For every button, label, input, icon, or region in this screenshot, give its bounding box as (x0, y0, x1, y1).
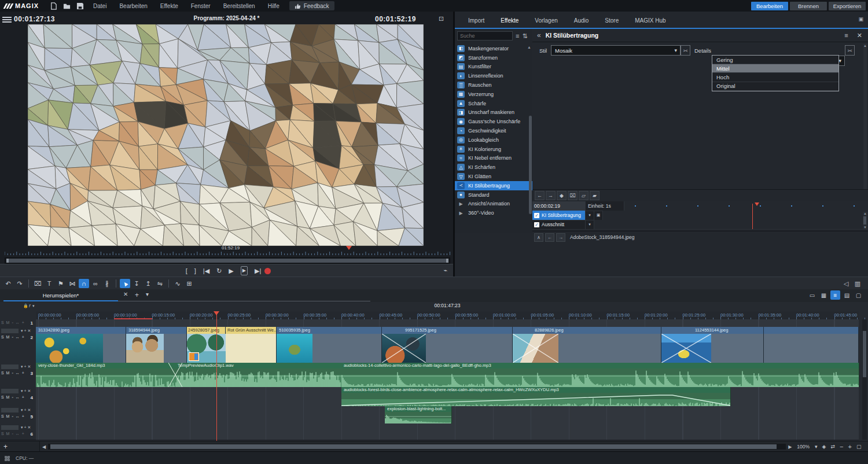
effects-list-item[interactable]: ▒Rauschen (455, 80, 532, 90)
menu-bereitstellen[interactable]: Bereitstellen (217, 3, 262, 9)
timeline-view-icon[interactable]: ≡ (830, 290, 840, 300)
keyframe-vscrollbar[interactable]: ▲ ▼ (863, 212, 867, 229)
frame-view-icon[interactable]: ▢ (854, 290, 863, 300)
back-icon[interactable]: « (537, 31, 541, 39)
mode-button-bearbeiten[interactable]: Bearbeiten (751, 2, 788, 10)
audio-clip[interactable]: audioblocks-forest-birds-close-ambience-… (341, 387, 731, 406)
keyframe-row-checkbox[interactable]: ✓ (534, 213, 539, 218)
effects-list-item[interactable]: ▲Schärfe (455, 99, 532, 108)
close-movie-icon[interactable]: ✕ (123, 291, 128, 297)
track-5[interactable]: explosion-blast-lightning-bolt... (36, 406, 859, 424)
loop-icon[interactable]: ↻ (216, 267, 222, 275)
feedback-button[interactable]: Feedback (289, 1, 334, 10)
add-movie-icon[interactable]: + (135, 291, 139, 299)
range-in-icon[interactable]: [ (186, 267, 187, 275)
fullscreen-icon[interactable]: ⊡ (439, 15, 444, 23)
effects-list-item[interactable]: ◗Linsenreflexion (455, 71, 532, 80)
keyframe-ruler[interactable] (624, 201, 868, 211)
add-keyframe-icon[interactable]: ◆ (557, 191, 567, 200)
mode-button-exportieren[interactable]: Exportieren (829, 2, 866, 10)
tab-vorlagen[interactable]: Vorlagen (529, 16, 562, 28)
track-header-6[interactable]: ▾+✕S M ▫ ↔ +6 (0, 424, 36, 440)
snap-icon[interactable]: ∩ (79, 279, 89, 288)
keyframe-row-label[interactable]: ✓Ausschnitt (532, 220, 585, 229)
redo-icon[interactable]: ↷ (14, 279, 25, 288)
dropdown-option-original[interactable]: Original (712, 82, 838, 91)
speaker-icon[interactable]: ◁ (841, 279, 851, 288)
track-name-box[interactable] (1, 408, 19, 413)
video-clip[interactable]: Rot Grün Ausschnitt We... (226, 327, 277, 363)
curve-icon[interactable]: ∿ (172, 279, 183, 288)
stil-select[interactable]: Mosaik▾ (551, 45, 681, 56)
scene-view-icon[interactable]: ▦ (819, 290, 829, 300)
effects-list-item[interactable]: ▽KI Glätten (455, 172, 532, 181)
dropdown-option-hoch[interactable]: Hoch (712, 73, 838, 82)
track-menu-icon[interactable]: ▾ (32, 304, 35, 308)
object-prev-icon[interactable]: ← (545, 233, 554, 242)
timeline-vscrollbar[interactable] (862, 319, 867, 440)
object-grid-icon[interactable]: ⊞ (184, 279, 194, 288)
mode-button-brennen[interactable]: Brennen (790, 2, 827, 10)
effects-list-item[interactable]: ▶360°-Video (455, 208, 532, 218)
effects-list-item[interactable]: ▶Ansicht/Animation (455, 200, 532, 209)
tab-magix-hub[interactable]: MAGIX Hub (630, 16, 671, 28)
video-clip[interactable] (764, 327, 859, 363)
marker-icon[interactable]: ⚑ (56, 279, 66, 288)
tab-store[interactable]: Store (599, 16, 624, 28)
menu-bearbeiten[interactable]: Bearbeiten (113, 3, 153, 9)
row-option-icon[interactable]: ▣ (594, 211, 602, 220)
effects-list-item[interactable]: ▦Verzerrung (455, 90, 532, 99)
track-name-box[interactable] (1, 389, 19, 393)
menu-datei[interactable]: Datei (87, 3, 113, 9)
keyframe-playhead[interactable] (755, 202, 759, 206)
effects-list-item[interactable]: ✳KI Kolorierung (455, 145, 532, 154)
effects-list-item[interactable]: ◨Unscharf maskieren (455, 108, 532, 117)
jump-end-icon[interactable]: ▶| (255, 267, 261, 275)
sort-order-icon[interactable]: ⇅ (522, 32, 527, 40)
track-2[interactable]: 313342890.jpeg318594944.jpeg245928057.jp… (36, 327, 859, 363)
trash-icon[interactable]: ⌧ (32, 279, 43, 288)
zoom-menu-icon[interactable]: ▾ (815, 444, 818, 450)
effects-list-item[interactable]: ▤Kunstfilter (455, 62, 532, 72)
menu-effekte[interactable]: Effekte (154, 3, 185, 9)
detail-vscrollbar[interactable]: ▲ (863, 44, 867, 209)
new-file-icon[interactable] (50, 2, 57, 10)
keyframe-lane[interactable] (594, 220, 868, 229)
zoom-in-icon[interactable]: + (848, 443, 852, 450)
effects-list-item[interactable]: ◎Lookabgleich (455, 135, 532, 145)
audio-clip[interactable]: very-close-thunder_GkI_184d.mp3 (36, 363, 176, 387)
video-clip[interactable]: 245928057.jpeg (187, 327, 226, 363)
add-track-button[interactable]: + (0, 441, 40, 452)
video-clip[interactable]: 995171525.jpeg (382, 327, 513, 363)
movie-menu-icon[interactable]: ▾ (146, 291, 149, 297)
preview-range-bar[interactable] (5, 257, 450, 264)
zoom-out-icon[interactable]: − (840, 443, 843, 450)
audio-clip[interactable]: TempPreviewAudioClip1.wav (175, 363, 342, 387)
zoom-fit-icon[interactable]: ◈ (822, 444, 826, 450)
copy-keyframe-icon[interactable]: ▱ (579, 191, 589, 200)
multicam-view-icon[interactable]: ▤ (842, 290, 852, 300)
next-keyframe-icon[interactable]: → (546, 191, 556, 200)
timeline-detach-icon[interactable]: ▢ (856, 444, 862, 450)
track-name-box[interactable] (1, 425, 19, 430)
video-preview[interactable] (28, 24, 424, 246)
audio-fade-icon[interactable]: ⌁ (443, 267, 447, 274)
effects-list-item[interactable]: ●Standard (455, 190, 532, 200)
track-4[interactable]: audioblocks-forest-birds-close-ambience-… (36, 387, 859, 407)
undo-icon[interactable]: ↶ (3, 279, 13, 288)
text-icon[interactable]: T (44, 279, 54, 288)
video-clip[interactable]: 510035935.jpeg (277, 327, 382, 363)
effects-scrollbar[interactable] (529, 116, 532, 214)
mouse-mode-stretch-icon[interactable]: ⇋ (155, 279, 165, 288)
keyframe-row-label[interactable]: ✓KI Stilübertragung (532, 211, 585, 220)
play-range-icon[interactable]: ▶ (241, 266, 248, 275)
mouse-mode-all-icon[interactable]: ↧ (131, 279, 142, 288)
reset-stil-button[interactable]: >< (681, 45, 690, 56)
unlink-icon[interactable]: ∦ (102, 279, 112, 288)
dropdown-option-gering[interactable]: Gering (712, 56, 838, 64)
tab-audio[interactable]: Audio (569, 16, 594, 28)
video-clip[interactable]: 313342890.jpeg (36, 327, 126, 363)
mouse-pointer-icon[interactable]: ▲ (120, 279, 130, 288)
search-input[interactable] (457, 31, 513, 40)
object-next-icon[interactable]: → (556, 233, 565, 242)
